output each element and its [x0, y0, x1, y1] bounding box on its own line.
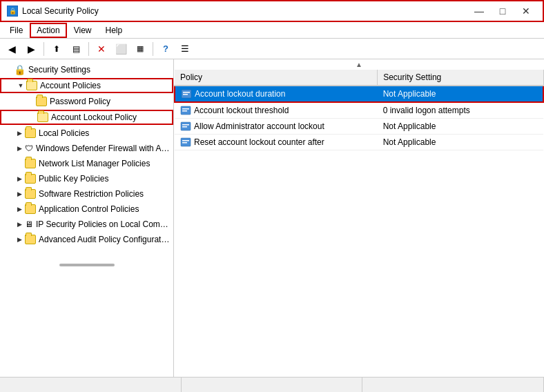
policy-icon-3	[180, 121, 191, 132]
title-bar-left: 🔒 Local Security Policy	[7, 6, 99, 17]
menu-view[interactable]: View	[67, 23, 99, 38]
help-button[interactable]: ?	[157, 41, 175, 57]
expand-arrow-account-policies: ▼	[15, 80, 26, 91]
folder-icon-account-policies	[26, 81, 37, 90]
table-row[interactable]: Reset account lockout counter after Not …	[175, 135, 543, 150]
delete-button[interactable]: ✕	[93, 41, 110, 57]
column-security-setting[interactable]: Security Setting	[378, 70, 543, 86]
sidebar-label-application-control: Application Control Policies	[39, 204, 139, 214]
expand-arrow-lockout	[26, 112, 37, 123]
status-bar	[0, 377, 544, 392]
sidebar-label-public-key: Public Key Policies	[39, 174, 108, 184]
policy-cell-2: Account lockout threshold	[175, 102, 378, 119]
export-button[interactable]: ▦	[131, 41, 149, 57]
setting-cell-3: Not Applicable	[378, 119, 543, 135]
menu-action[interactable]: Action	[30, 23, 66, 38]
expand-arrow-network	[14, 158, 25, 169]
table-row[interactable]: Account lockout threshold 0 invalid logo…	[175, 102, 543, 119]
sidebar-label-account-lockout-policy: Account Lockout Policy	[51, 112, 137, 122]
sidebar: 🔒 Security Settings ▼ Account Policies P…	[0, 59, 174, 377]
right-pane: ▲ Policy Security Setting	[174, 59, 544, 377]
properties-button[interactable]: ⬜	[112, 41, 130, 57]
svg-rect-4	[182, 108, 189, 110]
expand-arrow-defender: ▶	[14, 143, 25, 154]
window-title: Local Security Policy	[22, 6, 99, 16]
folder-icon-network	[25, 159, 36, 168]
expand-icon	[3, 64, 14, 75]
toolbar: ◀ ▶ ⬆ ▤ ✕ ⬜ ▦ ? ☰	[0, 39, 544, 59]
sort-arrow: ▲	[174, 59, 544, 70]
forward-button[interactable]: ▶	[22, 41, 40, 57]
maximize-button[interactable]: □	[492, 3, 514, 19]
toolbar-sep-2	[88, 42, 89, 56]
expand-arrow-password-policy	[25, 96, 36, 107]
sidebar-label-network-list: Network List Manager Policies	[39, 159, 150, 168]
sidebar-item-windows-defender[interactable]: ▶ 🛡 Windows Defender Firewall with Adva.…	[0, 141, 173, 156]
status-segment-1	[0, 378, 182, 392]
setting-cell-4: Not Applicable	[378, 135, 543, 150]
setting-cell-1: Not Applicable	[378, 86, 543, 102]
sidebar-item-application-control[interactable]: ▶ Application Control Policies	[0, 202, 173, 217]
svg-rect-11	[182, 142, 187, 144]
policy-cell-4: Reset account lockout counter after	[175, 135, 378, 150]
expand-arrow-software: ▶	[14, 188, 25, 199]
folder-icon-local	[25, 128, 36, 138]
expand-arrow-audit: ▶	[14, 234, 25, 245]
policy-table: Policy Security Setting	[174, 70, 544, 150]
sidebar-item-password-policy[interactable]: Password Policy	[0, 94, 173, 109]
sidebar-label-ip-security: IP Security Policies on Local Compute...	[36, 219, 171, 229]
expand-arrow-local: ▶	[14, 128, 25, 139]
show-hide-button[interactable]: ▤	[67, 41, 85, 57]
policy-icon-1	[181, 88, 192, 99]
sidebar-label-windows-defender: Windows Defender Firewall with Adva...	[36, 144, 171, 153]
expand-arrow-ip: ▶	[14, 219, 25, 230]
back-button[interactable]: ◀	[3, 41, 21, 57]
svg-rect-10	[182, 140, 189, 141]
sidebar-scrollbar-thumb	[59, 264, 115, 266]
policy-icon-4	[180, 137, 191, 148]
svg-rect-2	[183, 94, 188, 95]
policy-icon-2	[180, 105, 191, 116]
close-button[interactable]: ✕	[515, 3, 537, 19]
sidebar-item-ip-security[interactable]: ▶ 🖥 IP Security Policies on Local Comput…	[0, 217, 173, 232]
sidebar-item-software-restriction[interactable]: ▶ Software Restriction Policies	[0, 186, 173, 202]
svg-rect-5	[182, 110, 187, 112]
sidebar-item-network-list[interactable]: Network List Manager Policies	[0, 156, 173, 171]
toolbar-sep-1	[43, 42, 44, 56]
folder-icon-audit	[25, 235, 36, 244]
table-row[interactable]: Account lockout duration Not Applicable	[175, 86, 543, 102]
menu-file[interactable]: File	[3, 23, 30, 38]
app-icon: 🔒	[7, 6, 18, 17]
svg-rect-1	[183, 92, 190, 93]
table-row[interactable]: Allow Administrator account lockout Not …	[175, 119, 543, 135]
sidebar-label-security-settings: Security Settings	[28, 65, 90, 75]
sidebar-item-account-lockout-policy[interactable]: Account Lockout Policy	[0, 110, 173, 125]
security-settings-icon: 🔒	[14, 64, 26, 75]
up-button[interactable]: ⬆	[48, 41, 66, 57]
sidebar-label-local-policies: Local Policies	[39, 128, 89, 138]
folder-icon-software	[25, 189, 36, 199]
menu-help[interactable]: Help	[99, 23, 130, 38]
expand-arrow-public-key: ▶	[14, 173, 25, 184]
toolbar-sep-3	[153, 42, 153, 56]
sidebar-item-local-policies[interactable]: ▶ Local Policies	[0, 126, 173, 141]
sidebar-item-advanced-audit[interactable]: ▶ Advanced Audit Policy Configuration	[0, 232, 173, 247]
folder-icon-password-policy	[36, 97, 47, 106]
sidebar-item-security-settings[interactable]: 🔒 Security Settings	[0, 62, 173, 77]
folder-icon-lockout	[37, 112, 48, 122]
sidebar-item-public-key[interactable]: ▶ Public Key Policies	[0, 171, 173, 186]
sidebar-label-account-policies: Account Policies	[40, 81, 101, 90]
settings-button[interactable]: ☰	[176, 41, 194, 57]
sidebar-label-password-policy: Password Policy	[50, 97, 110, 106]
status-segment-3	[362, 378, 544, 392]
policy-cell-1: Account lockout duration	[175, 86, 378, 102]
sidebar-label-advanced-audit: Advanced Audit Policy Configuration	[39, 235, 171, 244]
sidebar-item-account-policies[interactable]: ▼ Account Policies	[0, 78, 173, 93]
svg-rect-8	[182, 126, 187, 128]
table-header-row: Policy Security Setting	[175, 70, 543, 86]
main-content: 🔒 Security Settings ▼ Account Policies P…	[0, 59, 544, 377]
column-policy[interactable]: Policy	[175, 70, 378, 86]
minimize-button[interactable]: —	[468, 3, 490, 19]
menu-bar: File Action View Help	[0, 22, 544, 39]
sidebar-spacer	[0, 247, 173, 261]
